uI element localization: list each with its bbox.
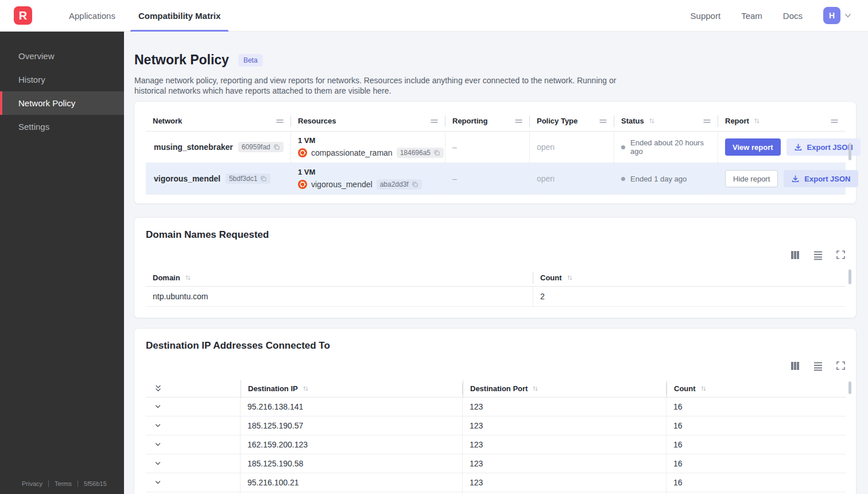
- chevron-down-icon[interactable]: [154, 403, 162, 411]
- count-cell: 16: [666, 454, 846, 473]
- resource-id-badge: aba2dd3f: [377, 179, 422, 190]
- destination-port-cell: 123: [463, 454, 666, 473]
- destination-port-cell: 123: [463, 416, 666, 435]
- fullscreen-icon[interactable]: [836, 250, 846, 260]
- copy-icon[interactable]: [433, 149, 440, 156]
- chevron-down-icon[interactable]: [154, 441, 162, 449]
- col-header-network: Network: [146, 111, 291, 132]
- avatar[interactable]: H: [823, 7, 840, 24]
- table-row-reporting-cell: –: [445, 132, 530, 163]
- scrollbar[interactable]: [848, 269, 851, 284]
- column-menu-icon[interactable]: [703, 117, 711, 125]
- table-toolbar: [146, 361, 846, 371]
- nav-link-docs[interactable]: Docs: [783, 11, 803, 21]
- column-menu-icon[interactable]: [830, 117, 839, 125]
- table-toolbar: [146, 250, 846, 260]
- chevron-down-icon[interactable]: [844, 11, 852, 20]
- user-menu[interactable]: H: [823, 7, 852, 24]
- page-description: Manage network policy, reporting and vie…: [134, 75, 638, 97]
- domains-table: Domain Count ntp.ubuntu.com 2: [146, 269, 846, 307]
- domains-card: Domain Names Requested Domain: [134, 217, 857, 318]
- sidebar-footer: Privacy Terms 5f56b15: [0, 480, 124, 494]
- copy-icon[interactable]: [412, 181, 418, 188]
- double-chevron-down-icon[interactable]: [154, 384, 162, 393]
- col-header-expand-all: [146, 380, 241, 397]
- destination-port-cell: 123: [463, 435, 666, 454]
- column-menu-icon[interactable]: [276, 117, 284, 125]
- export-json-button[interactable]: Export JSON: [784, 170, 858, 187]
- rows-icon[interactable]: [813, 250, 823, 260]
- sort-icon[interactable]: [648, 117, 656, 125]
- sidebar-item-overview[interactable]: Overview: [0, 44, 124, 68]
- domain-cell: ntp.ubuntu.com: [146, 287, 533, 307]
- resource-id-badge: 184696a5: [397, 148, 444, 158]
- view-report-button[interactable]: View report: [725, 138, 781, 156]
- destination-ip-cell: 162.159.200.123: [241, 435, 463, 454]
- sort-icon[interactable]: [532, 385, 539, 392]
- download-icon: [791, 175, 800, 183]
- build-version: 5f56b15: [84, 480, 107, 487]
- sort-icon[interactable]: [753, 117, 761, 125]
- col-header-report: Report: [718, 111, 846, 132]
- rows-icon[interactable]: [813, 361, 823, 371]
- col-header-policy-type: Policy Type: [530, 111, 614, 132]
- scrollbar[interactable]: [848, 143, 851, 160]
- table-row-policy-cell: open: [530, 163, 614, 195]
- col-header-resources: Resources: [291, 111, 445, 132]
- chevron-down-icon[interactable]: [154, 460, 162, 468]
- tab-applications[interactable]: Applications: [69, 0, 115, 32]
- destination-ip-cell: 185.125.190.57: [241, 416, 463, 435]
- sidebar-item-settings[interactable]: Settings: [0, 115, 124, 138]
- row-expand-cell: [146, 473, 241, 492]
- sort-icon[interactable]: [566, 274, 574, 281]
- columns-icon[interactable]: [790, 250, 800, 260]
- sidebar-item-network-policy[interactable]: Network Policy: [0, 91, 124, 115]
- table-row-status-cell: Ended 1 day ago: [614, 163, 718, 195]
- sort-icon[interactable]: [184, 274, 192, 281]
- column-menu-icon[interactable]: [599, 117, 607, 125]
- network-id-badge: 60959fad: [238, 142, 284, 152]
- col-header-domain: Domain: [146, 269, 533, 287]
- table-row-network-cell: vigorous_mendel 5bdf3dc1: [146, 163, 291, 195]
- col-header-status: Status: [614, 111, 718, 132]
- count-cell: 16: [666, 435, 846, 454]
- col-header-destination-ip: Destination IP: [241, 380, 463, 397]
- row-expand-cell: [146, 416, 241, 435]
- nav-link-team[interactable]: Team: [741, 11, 762, 21]
- hide-report-button[interactable]: Hide report: [725, 170, 778, 187]
- column-menu-icon[interactable]: [430, 117, 439, 125]
- app-logo[interactable]: R: [14, 6, 32, 25]
- col-header-count: Count: [533, 269, 846, 287]
- destination-ip-cell: 95.216.138.141: [241, 397, 463, 416]
- fullscreen-icon[interactable]: [836, 361, 846, 370]
- ubuntu-icon: [298, 180, 307, 189]
- networks-card: Network Resources Reporting Policy Type: [134, 101, 857, 204]
- page-title: Network Policy: [134, 52, 229, 68]
- divider: [78, 480, 78, 487]
- copy-icon[interactable]: [273, 144, 280, 150]
- sort-icon[interactable]: [302, 385, 309, 392]
- count-cell: 16: [666, 416, 846, 435]
- privacy-link[interactable]: Privacy: [22, 480, 42, 487]
- tab-compatibility-matrix[interactable]: Compatibility Matrix: [135, 0, 224, 32]
- card-title: Domain Names Requested: [146, 229, 846, 241]
- top-navbar: R Applications Compatibility Matrix Supp…: [0, 0, 868, 32]
- sort-icon[interactable]: [700, 385, 707, 392]
- count-cell: 2: [533, 287, 846, 307]
- chevron-down-icon[interactable]: [154, 478, 162, 487]
- destination-port-cell: 123: [463, 473, 666, 492]
- chevron-down-icon[interactable]: [154, 422, 162, 430]
- scrollbar[interactable]: [848, 381, 851, 394]
- nav-link-support[interactable]: Support: [691, 11, 721, 21]
- sidebar-item-history[interactable]: History: [0, 68, 124, 91]
- column-menu-icon[interactable]: [514, 117, 523, 125]
- main-content: Network Policy Beta Manage network polic…: [124, 32, 868, 494]
- destination-ip-cell: 95.216.100.21: [241, 473, 463, 492]
- copy-icon[interactable]: [260, 175, 267, 182]
- columns-icon[interactable]: [790, 361, 800, 371]
- destination-ip-cell: 185.125.190.58: [241, 454, 463, 473]
- destination-port-cell: 123: [463, 397, 666, 416]
- row-expand-cell: [146, 397, 241, 416]
- table-row-resources-cell: 1 VM vigorous_mendel aba2dd3f: [291, 163, 445, 195]
- terms-link[interactable]: Terms: [55, 480, 72, 487]
